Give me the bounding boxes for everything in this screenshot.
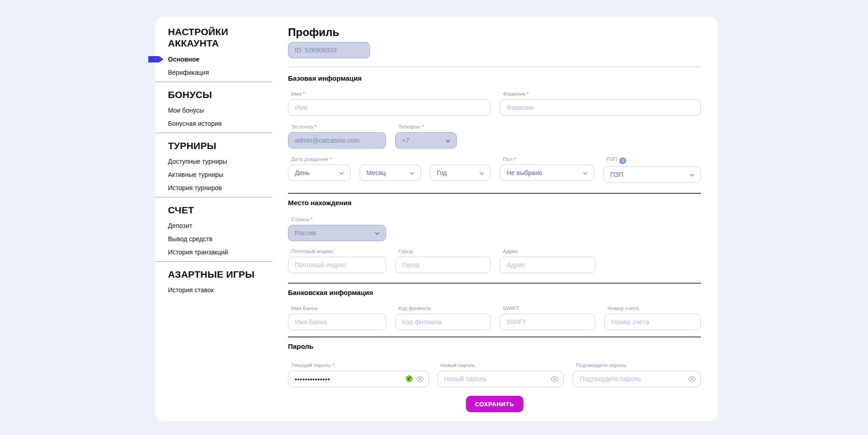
save-button[interactable]: СОХРАНИТЬ (466, 396, 523, 412)
chevron-down-icon (375, 231, 380, 235)
confirm-password-label: Подтвердите пароль (573, 362, 701, 368)
city-input[interactable] (395, 257, 491, 273)
section-divider (288, 337, 701, 337)
account-number-input[interactable] (604, 314, 701, 330)
sidebar-item-label: Доступные турниры (168, 158, 227, 165)
chevron-down-icon (690, 172, 695, 177)
swift-input[interactable] (500, 314, 596, 330)
bank-name-input[interactable] (288, 314, 386, 330)
birth-day-field-group: Дата рождения * День (288, 156, 350, 183)
eye-icon[interactable] (416, 376, 424, 384)
postal-code-input[interactable] (288, 257, 386, 273)
profile-main: Профиль ID: 526906933 Базовая информация… (288, 16, 701, 421)
chevron-down-icon (583, 171, 588, 175)
birth-day-select[interactable]: День (288, 165, 350, 181)
country-field-group: Страна * Россия (288, 217, 386, 241)
branch-code-field-group: Код филиала (395, 306, 491, 330)
new-password-input[interactable] (437, 371, 564, 387)
first-name-field-group: Имя * (288, 91, 491, 116)
current-password-field-group: Текущий пароль * ✓ (288, 362, 429, 387)
sidebar-item-deposit[interactable]: Депозит (168, 222, 192, 230)
sidebar-item-label: Верификация (168, 69, 209, 76)
bank-info-heading: Банковская информация (288, 289, 701, 297)
address-label: Адрес (500, 249, 596, 254)
postal-code-label: Почтовый индекс (288, 249, 386, 254)
first-name-label: Имя * (288, 91, 491, 97)
sidebar-item-label: Мои бонусы (168, 107, 204, 114)
sidebar-item-label: Бонусная история (168, 120, 222, 127)
section-divider (288, 193, 701, 194)
sidebar-item-main[interactable]: Основное (168, 55, 199, 63)
pep-value: ПЗП (610, 171, 623, 178)
confirm-password-field-group: Подтвердите пароль (573, 362, 701, 387)
last-name-input[interactable] (500, 99, 701, 116)
swift-field-group: SWIFT (500, 306, 596, 330)
sidebar-item-bet-history[interactable]: История ставок (168, 286, 214, 294)
sidebar-item-label: Вывод средств (168, 235, 213, 243)
chevron-down-icon (446, 138, 450, 143)
sidebar-item-available-tournaments[interactable]: Доступные турниры (168, 157, 227, 166)
sidebar-item-active-tournaments[interactable]: Активные турниры (168, 171, 223, 179)
email-label: Эл.почта * (288, 124, 386, 130)
confirm-password-input[interactable] (573, 371, 701, 387)
swift-label: SWIFT (500, 306, 596, 311)
page-title: Профиль (288, 26, 701, 38)
profile-id-field: ID: 526906933 (288, 42, 370, 58)
email-field-group: Эл.почта * (288, 124, 386, 149)
chevron-down-icon (410, 171, 414, 175)
sidebar-heading-gambling: АЗАРТНЫЕ ИГРЫ (168, 269, 272, 280)
branch-code-input[interactable] (395, 314, 491, 330)
birth-month-select[interactable]: Месяц (360, 165, 421, 181)
pep-field-group: ПЗПi ПЗП (603, 156, 701, 183)
sidebar-item-my-bonuses[interactable]: Мои бонусы (168, 106, 204, 114)
gender-label: Пол * (500, 156, 594, 162)
pep-select[interactable]: ПЗП (603, 166, 701, 183)
chevron-down-icon (480, 171, 484, 175)
gender-value: Не выбрано (507, 169, 542, 176)
email-input (288, 132, 386, 149)
sidebar-item-verification[interactable]: Верификация (168, 68, 209, 77)
birth-year-select[interactable]: Год (430, 165, 491, 181)
valid-check-icon: ✓ (406, 375, 413, 382)
bank-name-field-group: Имя Банка (288, 306, 386, 330)
pep-label-text: ПЗП (607, 156, 617, 162)
country-value: Россия (295, 229, 316, 237)
first-name-input[interactable] (288, 99, 491, 116)
branch-code-label: Код филиала (395, 306, 491, 311)
sidebar-divider (155, 133, 272, 133)
sidebar-heading-bonuses: БОНУСЫ (168, 90, 272, 100)
active-item-arrow-icon (148, 56, 163, 62)
sidebar-divider (155, 261, 272, 262)
phone-field-group: Телефон * +7 (395, 124, 457, 149)
sidebar-item-label: Активные турниры (168, 171, 223, 178)
last-name-label: Фамилия * (500, 91, 701, 97)
account-number-label: Номер счёта (604, 306, 701, 311)
eye-icon[interactable] (688, 376, 696, 384)
phone-code-value: +7 (402, 137, 409, 144)
gender-field-group: Пол * Не выбрано (500, 156, 594, 183)
birth-month-field-group: Месяц (360, 156, 421, 183)
info-icon[interactable]: i (619, 157, 626, 164)
sidebar-item-label: Депозит (168, 222, 192, 229)
sidebar-item-transaction-history[interactable]: История транзакций (168, 248, 228, 256)
address-input[interactable] (500, 257, 596, 273)
basic-info-heading: Базовая информация (288, 74, 701, 83)
password-heading: Пароль (288, 342, 701, 351)
sidebar-item-label: История транзакций (168, 249, 228, 256)
sidebar-item-bonus-history[interactable]: Бонусная история (168, 119, 222, 128)
gender-select[interactable]: Не выбрано (500, 165, 594, 181)
birth-year-value: Год (437, 169, 447, 176)
sidebar-item-withdrawal[interactable]: Вывод средств (168, 235, 213, 243)
eye-icon[interactable] (551, 376, 559, 384)
postal-code-field-group: Почтовый индекс (288, 249, 386, 273)
address-field-group: Адрес (500, 249, 596, 273)
sidebar-heading-tournaments: ТУРНИРЫ (168, 141, 272, 151)
country-select: Россия (288, 225, 386, 241)
sidebar-item-tournament-history[interactable]: История турниров (168, 184, 222, 192)
sidebar-heading-account: СЧЕТ (168, 205, 272, 215)
current-password-label: Текущий пароль * (288, 362, 429, 368)
account-number-field-group: Номер счёта (604, 306, 701, 330)
new-password-field-group: Новый пароль (437, 362, 564, 387)
sidebar-divider (155, 197, 272, 197)
chevron-down-icon (340, 171, 344, 175)
